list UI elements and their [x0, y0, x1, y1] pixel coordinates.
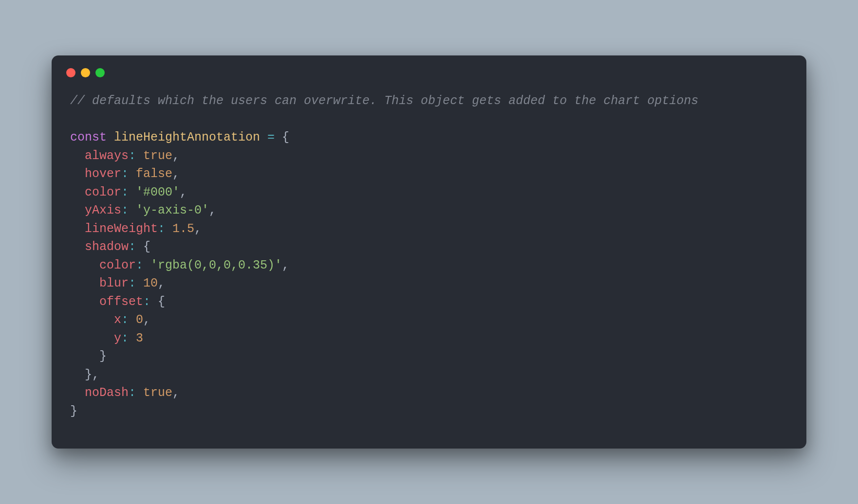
comma: , [194, 222, 202, 236]
colon: : [121, 313, 129, 327]
brace-close: } [70, 404, 77, 418]
colon: : [129, 386, 136, 400]
maximize-icon[interactable] [95, 68, 105, 77]
colon: : [158, 222, 165, 236]
comma: , [172, 167, 180, 181]
colon: : [121, 167, 129, 181]
brace-open: { [143, 240, 150, 254]
prop-shadow-offset-key: offset [99, 295, 143, 309]
prop-always-value: true [143, 149, 172, 163]
colon: : [121, 185, 129, 199]
prop-offset-y-key: y [114, 331, 121, 345]
prop-offset-x-key: x [114, 313, 121, 327]
comma: , [172, 386, 180, 400]
prop-shadow-blur-key: blur [99, 276, 129, 290]
colon: : [129, 276, 136, 290]
colon: : [129, 240, 136, 254]
prop-offset-y-value: 3 [136, 331, 143, 345]
comma: , [172, 149, 180, 163]
brace-close: } [99, 349, 107, 363]
prop-shadow-blur-value: 10 [143, 276, 158, 290]
var-name: lineHeightAnnotation [114, 130, 260, 144]
prop-nodash-key: noDash [85, 386, 129, 400]
prop-yaxis-key: yAxis [85, 203, 121, 217]
operator-equals: = [260, 130, 282, 144]
colon: : [143, 295, 150, 309]
colon: : [136, 258, 143, 272]
prop-always-key: always [85, 149, 129, 163]
brace-open: { [282, 130, 289, 144]
keyword-const: const [70, 130, 107, 144]
colon: : [121, 203, 129, 217]
comma: , [282, 258, 289, 272]
code-window: // defaults which the users can overwrit… [52, 55, 806, 449]
brace-open: { [158, 295, 165, 309]
window-controls [52, 55, 806, 77]
code-comment: // defaults which the users can overwrit… [70, 94, 698, 108]
prop-lineweight-value: 1.5 [172, 222, 194, 236]
comma: , [158, 276, 165, 290]
code-content: // defaults which the users can overwrit… [52, 77, 806, 449]
prop-lineweight-key: lineWeight [85, 222, 158, 236]
colon: : [121, 331, 129, 345]
prop-hover-value: false [136, 167, 172, 181]
close-icon[interactable] [66, 68, 75, 77]
colon: : [129, 149, 136, 163]
prop-color-key: color [85, 185, 121, 199]
comma: , [180, 185, 187, 199]
comma: , [143, 313, 150, 327]
minimize-icon[interactable] [81, 68, 90, 77]
comma: , [92, 368, 99, 382]
prop-shadow-key: shadow [85, 240, 129, 254]
prop-color-value: '#000' [136, 185, 180, 199]
prop-hover-key: hover [85, 167, 121, 181]
comma: , [209, 203, 216, 217]
prop-offset-x-value: 0 [136, 313, 143, 327]
prop-shadow-color-key: color [99, 258, 136, 272]
prop-nodash-value: true [143, 386, 172, 400]
prop-yaxis-value: 'y-axis-0' [136, 203, 209, 217]
brace-close: } [85, 368, 92, 382]
prop-shadow-color-value: 'rgba(0,0,0,0.35)' [150, 258, 282, 272]
